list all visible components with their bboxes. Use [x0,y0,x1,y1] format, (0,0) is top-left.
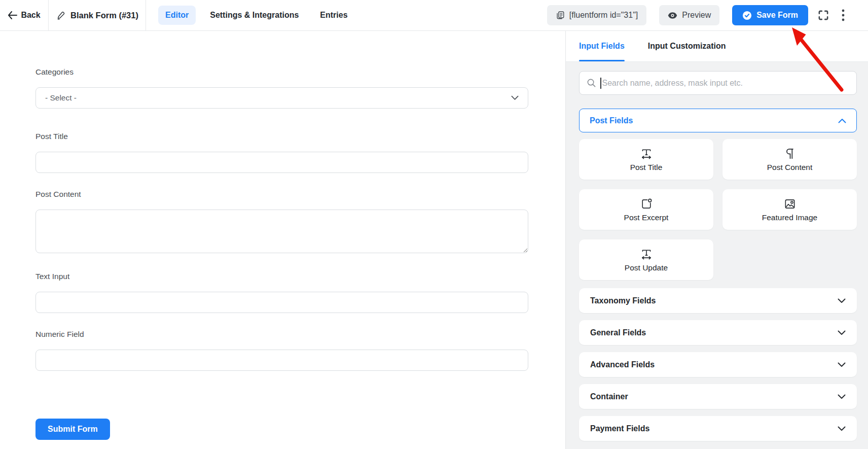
field-card-post-update[interactable]: Post Update [579,239,713,280]
top-header: Back Blank Form (#31) Editor Settings & … [0,0,868,31]
submit-form-button[interactable]: Submit Form [35,419,110,440]
editor-sidebar: Input Fields Input Customization Post Fi… [565,31,868,449]
section-advanced-fields[interactable]: Advanced Fields [579,352,857,377]
section-title: Container [590,392,628,401]
numeric-field-input[interactable] [35,350,528,371]
section-payment-fields[interactable]: Payment Fields [579,416,857,441]
back-arrow-icon [8,11,17,19]
tab-input-fields[interactable]: Input Fields [579,31,625,61]
field-card-label: Post Content [767,163,813,172]
section-general-fields[interactable]: General Fields [579,320,857,345]
fullscreen-button[interactable] [815,7,832,24]
form-title-group[interactable]: Blank Form (#31) [49,0,146,30]
shortcode-text: [fluentform id="31"] [569,11,638,20]
eye-icon [668,12,677,19]
chevron-down-icon [838,394,846,399]
field-text-input: Text Input [35,272,528,313]
header-actions: [fluentform id="31"] Preview Save Form [547,0,868,30]
field-label: Post Content [35,190,528,199]
section-title: Payment Fields [590,424,649,433]
section-post-fields[interactable]: Post Fields [579,109,857,132]
field-label: Post Title [35,132,528,141]
preview-button[interactable]: Preview [659,5,719,25]
search-icon [587,78,596,88]
search-input[interactable] [602,79,850,88]
post-fields-grid: Post Title Post Content Post Excerpt Fea… [579,139,857,280]
field-card-post-excerpt[interactable]: Post Excerpt [579,189,713,230]
field-card-post-title[interactable]: Post Title [579,139,713,180]
sidebar-content: Post Fields Post Title Post Content Post… [566,62,868,449]
back-label: Back [21,11,40,20]
tab-entries[interactable]: Entries [313,6,354,25]
shortcode-pill[interactable]: [fluentform id="31"] [547,5,646,25]
section-container[interactable]: Container [579,384,857,409]
chevron-down-icon [838,362,846,367]
field-card-label: Post Excerpt [624,213,669,222]
header-tabs: Editor Settings & Integrations Entries [146,0,355,30]
field-card-label: Post Title [630,163,663,172]
chevron-down-icon [838,298,846,303]
back-button[interactable]: Back [0,0,49,30]
field-label: Categories [35,67,528,77]
tab-input-customization[interactable]: Input Customization [648,31,726,61]
copy-shortcode-icon [556,11,565,20]
chevron-down-icon [511,95,519,100]
text-width-icon [640,248,653,261]
tab-editor[interactable]: Editor [158,6,196,25]
check-circle-icon [742,11,752,20]
section-taxonomy-fields[interactable]: Taxonomy Fields [579,288,857,313]
more-options-button[interactable] [839,6,848,24]
chevron-up-icon [838,118,846,123]
section-title: Taxonomy Fields [590,296,656,305]
save-form-button[interactable]: Save Form [732,5,808,25]
sidebar-tabs: Input Fields Input Customization [566,31,868,62]
image-icon [783,197,797,211]
field-post-title: Post Title [35,132,528,173]
kebab-menu-icon [841,8,846,22]
preview-label: Preview [682,11,711,20]
form-editor-canvas: Categories - Select - Post Title Post Co… [0,31,565,449]
field-label: Numeric Field [35,330,528,339]
select-value: - Select - [45,93,77,102]
post-content-textarea[interactable] [35,210,528,253]
text-input[interactable] [35,292,528,313]
field-card-label: Featured Image [762,213,817,222]
field-label: Text Input [35,272,528,281]
main-area: Categories - Select - Post Title Post Co… [0,31,868,449]
field-card-featured-image[interactable]: Featured Image [722,189,857,230]
text-caret [600,78,601,89]
tab-settings-integrations[interactable]: Settings & Integrations [203,6,306,25]
chevron-down-icon [838,426,846,431]
field-post-content: Post Content [35,190,528,255]
excerpt-note-icon [640,197,653,211]
field-card-label: Post Update [625,263,668,272]
field-numeric: Numeric Field [35,330,528,371]
form-title: Blank Form (#31) [70,11,138,20]
section-title: General Fields [590,328,646,337]
section-title: Post Fields [590,116,633,125]
post-title-input[interactable] [35,152,528,173]
save-form-label: Save Form [756,11,798,20]
edit-pencil-icon [56,11,65,20]
field-search-box[interactable] [579,71,857,95]
section-title: Advanced Fields [590,360,655,369]
field-card-post-content[interactable]: Post Content [722,139,857,180]
categories-select[interactable]: - Select - [35,87,528,109]
pilcrow-icon [783,147,797,160]
text-width-icon [640,147,653,160]
chevron-down-icon [838,330,846,335]
fullscreen-icon [817,9,830,22]
field-categories: Categories - Select - [35,67,528,109]
